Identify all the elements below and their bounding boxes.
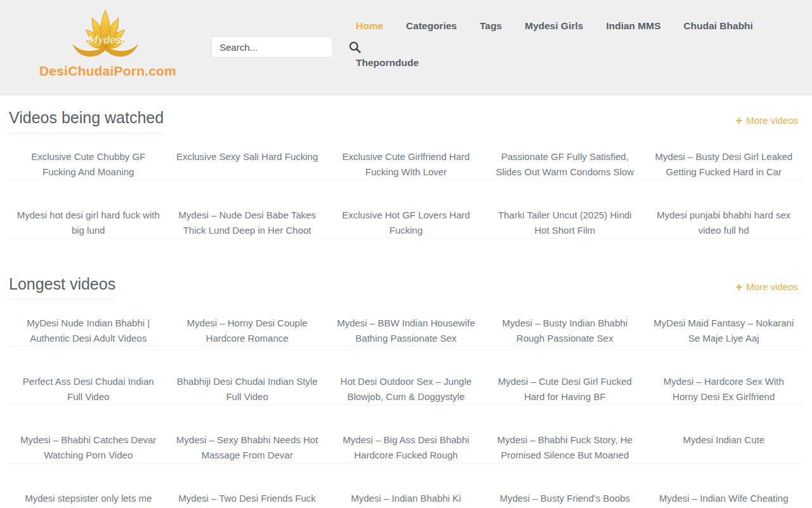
video-title-link[interactable]: Bhabhiji Desi Chudai Indian Style Full V… — [167, 374, 326, 405]
nav-item: Indian MMS — [606, 19, 660, 33]
section-header: Longest videos + More videos — [9, 274, 803, 300]
video-title-link[interactable]: Mydesi – BBW Indian Housewife Bathing Pa… — [327, 316, 485, 347]
section-longest-videos: Longest videos + More videos MyDesi Nude… — [9, 274, 803, 508]
video-title-link[interactable]: Mydesi stepsister only lets me touch but… — [9, 491, 167, 508]
logo-script-text: Mydesi — [87, 34, 124, 46]
search-input[interactable] — [212, 42, 346, 53]
video-title-link[interactable]: Mydesi – Busty Friend's Boobs and Body T… — [485, 491, 644, 508]
more-videos-link[interactable]: + More videos — [736, 281, 798, 293]
video-title-link[interactable]: Mydesi – Busty Desi Girl Leaked Getting … — [645, 149, 803, 180]
video-title-link[interactable]: Mydesi – Busty Indian Bhabhi Rough Passi… — [485, 316, 644, 347]
nav-link-indian-mms[interactable]: Indian MMS — [606, 20, 660, 31]
video-title-link[interactable]: Mydesi hot desi girl hard fuck with big … — [9, 208, 167, 239]
nav-link-chudai-bhabhi[interactable]: Chudai Bhabhi — [684, 20, 753, 31]
video-title-link[interactable]: Passionate GF Fully Satisfied, Slides Ou… — [485, 149, 644, 180]
nav-item: Chudai Bhabhi — [684, 19, 753, 33]
video-title-link[interactable]: Tharki Tailer Uncut (2025) Hindi Hot Sho… — [485, 208, 644, 239]
plus-icon: + — [736, 281, 743, 293]
video-title-link[interactable]: Mydesi – Horny Desi Couple Hardcore Roma… — [167, 316, 326, 347]
video-title-link[interactable]: Mydesi – Bhabhi Catches Devar Watching P… — [9, 432, 167, 464]
video-title-link[interactable]: Mydesi punjabi bhabhi hard sex video ful… — [645, 208, 803, 239]
main-content: Videos being watched + More videos Exclu… — [0, 108, 812, 508]
video-grid: Exclusive Cute Chubby GF Fucking And Moa… — [9, 149, 803, 239]
video-title-link[interactable]: Exclusive Sexy Sali Hard Fucking — [167, 149, 326, 180]
video-title-link[interactable]: Hot Desi Outdoor Sex – Jungle Blowjob, C… — [327, 374, 485, 405]
video-title-link[interactable]: Exclusive Cute Girlfriend Hard Fucking W… — [327, 149, 485, 180]
site-logo[interactable]: Mydesi DesiChudaiPorn.com — [39, 8, 171, 79]
more-videos-label: More videos — [746, 281, 798, 293]
section-title: Videos being watched — [9, 108, 164, 133]
nav-item: Tags — [480, 19, 502, 33]
nav-item: Mydesi Girls — [525, 19, 583, 33]
nav-item: Theporndude — [356, 56, 419, 70]
plus-icon: + — [736, 115, 743, 126]
video-title-link[interactable]: Mydesi – Sexy Bhabhi Needs Hot Massage F… — [167, 432, 326, 464]
nav-list: HomeCategoriesTagsMydesi GirlsIndian MMS… — [356, 19, 775, 70]
video-title-link[interactable]: Exclusive Hot GF Lovers Hard Fucking — [327, 208, 485, 239]
video-title-link[interactable]: Mydesi – Indian Bhabhi Ki Zabardast Chud… — [327, 491, 485, 508]
nav-link-tags[interactable]: Tags — [480, 20, 502, 31]
nav-item: Home — [356, 19, 383, 33]
section-title: Longest videos — [9, 274, 115, 300]
video-title-link[interactable]: Perfect Ass Desi Chudai Indian Full Vide… — [9, 374, 167, 405]
video-title-link[interactable]: Exclusive Cute Chubby GF Fucking And Moa… — [9, 149, 167, 180]
more-videos-link[interactable]: + More videos — [736, 114, 798, 127]
video-title-link[interactable]: MyDesi Nude Indian Bhabhi | Authentic De… — [9, 316, 167, 347]
nav-link-mydesi-girls[interactable]: Mydesi Girls — [525, 20, 583, 31]
nav-link-categories[interactable]: Categories — [406, 20, 457, 31]
site-header: Mydesi DesiChudaiPorn.com HomeCategories… — [0, 0, 812, 95]
search-box — [211, 36, 333, 58]
video-grid: MyDesi Nude Indian Bhabhi | Authentic De… — [9, 316, 803, 508]
main-nav: HomeCategoriesTagsMydesi GirlsIndian MMS… — [356, 19, 775, 70]
video-title-link[interactable]: Mydesi – Indian Wife Cheating with Neigh… — [645, 491, 803, 508]
video-title-link[interactable]: Mydesi – Cute Desi Girl Fucked Hard for … — [485, 374, 644, 405]
nav-link-home[interactable]: Home — [356, 20, 383, 31]
video-title-link[interactable]: Mydesi – Two Desi Friends Fuck Horny Mai… — [167, 491, 326, 508]
video-title-link[interactable]: Mydesi – Big Ass Desi Bhabhi Hardcore Fu… — [327, 432, 485, 464]
more-videos-label: More videos — [746, 114, 798, 127]
section-header: Videos being watched + More videos — [9, 108, 803, 133]
section-videos-being-watched: Videos being watched + More videos Exclu… — [9, 108, 803, 239]
site-name: DesiChudaiPorn.com — [39, 64, 171, 79]
video-title-link[interactable]: Mydesi – Nude Desi Babe Takes Thick Lund… — [167, 208, 326, 239]
video-title-link[interactable]: Mydesi Indian Cute — [645, 432, 803, 464]
lotus-icon: Mydesi — [68, 8, 143, 62]
video-title-link[interactable]: MyDesi Maid Fantasy – Nokarani Se Maje L… — [645, 316, 803, 347]
video-title-link[interactable]: Mydesi – Bhabhi Fuck Story, He Promised … — [485, 432, 644, 464]
nav-link-theporndude[interactable]: Theporndude — [356, 57, 419, 68]
nav-item: Categories — [406, 19, 457, 33]
video-title-link[interactable]: Mydesi – Hardcore Sex With Horny Desi Ex… — [645, 374, 803, 405]
